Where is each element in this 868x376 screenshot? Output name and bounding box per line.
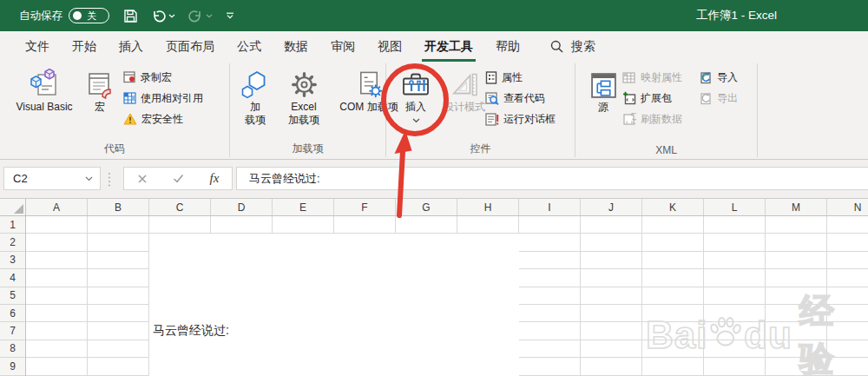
column-header[interactable]: N bbox=[827, 199, 868, 215]
ribbon-tab[interactable]: 开始 bbox=[61, 31, 108, 62]
column-header[interactable]: M bbox=[766, 199, 827, 215]
save-icon[interactable] bbox=[123, 9, 138, 23]
view-code-button[interactable]: 查看代码 bbox=[485, 89, 545, 107]
ribbon-tab[interactable]: 文件 bbox=[14, 31, 61, 62]
macro-security-label: 宏安全性 bbox=[141, 112, 183, 127]
row-headers: 123456789 bbox=[0, 216, 26, 376]
baidu-logo: Bai du 经验 bbox=[646, 287, 868, 376]
design-mode-icon bbox=[438, 66, 490, 101]
row-header[interactable]: 1 bbox=[0, 216, 25, 234]
row-header[interactable]: 9 bbox=[0, 358, 25, 375]
column-header[interactable]: I bbox=[519, 199, 581, 215]
autosave-control[interactable]: 自动保存 关 bbox=[19, 8, 109, 23]
ribbon: Visual Basic 宏 录制宏 使用相对引用 宏安全性 代码 bbox=[0, 62, 868, 160]
source-label: 源 bbox=[586, 101, 621, 114]
excel-addins-label-2: 加载项 bbox=[277, 114, 331, 127]
chevron-down-icon bbox=[168, 14, 175, 18]
visual-basic-button[interactable]: Visual Basic bbox=[9, 66, 80, 114]
baidu-watermark: Bai du 经验 jingyan.baidu.com bbox=[646, 287, 868, 376]
insert-function-icon[interactable]: fx bbox=[209, 171, 219, 186]
workbook-title: 工作簿1 - Excel bbox=[696, 0, 777, 31]
ribbon-tab[interactable]: 数据 bbox=[273, 31, 319, 62]
column-header[interactable]: G bbox=[396, 199, 457, 215]
row-header[interactable]: 6 bbox=[0, 305, 25, 322]
ribbon-tab[interactable]: 公式 bbox=[226, 31, 273, 62]
warning-icon bbox=[123, 113, 137, 125]
insert-control-label: 插入 bbox=[395, 101, 437, 114]
map-properties-label: 映射属性 bbox=[641, 70, 682, 85]
column-header[interactable]: L bbox=[704, 199, 766, 215]
column-header[interactable]: K bbox=[642, 199, 704, 215]
expansion-packs-label: 扩展包 bbox=[641, 91, 672, 106]
ribbon-tab[interactable]: 视图 bbox=[366, 31, 413, 62]
row-header[interactable]: 4 bbox=[0, 269, 25, 287]
cancel-icon[interactable] bbox=[137, 174, 148, 184]
relative-references-button[interactable]: 使用相对引用 bbox=[123, 89, 203, 107]
refresh-data-icon bbox=[622, 113, 636, 126]
ribbon-group-code: Visual Basic 宏 录制宏 使用相对引用 宏安全性 代码 bbox=[0, 63, 230, 157]
column-header[interactable]: A bbox=[26, 199, 88, 215]
expansion-packs-button[interactable]: 扩展包 bbox=[622, 89, 672, 107]
redo-button[interactable] bbox=[188, 10, 213, 23]
search-box[interactable]: 搜索 bbox=[550, 31, 595, 62]
macros-icon bbox=[82, 66, 118, 101]
undo-button[interactable] bbox=[151, 10, 175, 23]
macro-security-button[interactable]: 宏安全性 bbox=[123, 110, 183, 128]
row-header[interactable]: 3 bbox=[0, 252, 25, 269]
search-label: 搜索 bbox=[571, 39, 595, 55]
macros-label: 宏 bbox=[82, 101, 118, 114]
macros-button[interactable]: 宏 bbox=[82, 66, 118, 114]
import-button[interactable]: 导入 bbox=[699, 69, 738, 86]
drag-handle-icon[interactable] bbox=[108, 172, 111, 188]
ribbon-tab[interactable]: 页面布局 bbox=[155, 31, 226, 62]
quick-access-toolbar bbox=[123, 9, 234, 23]
record-macro-icon bbox=[123, 71, 136, 83]
design-mode-button[interactable]: 设计模式 bbox=[438, 66, 490, 114]
row-header[interactable]: 7 bbox=[0, 322, 25, 340]
row-header[interactable]: 5 bbox=[0, 287, 25, 305]
map-properties-button[interactable]: 映射属性 bbox=[622, 69, 682, 86]
name-box[interactable]: C2 bbox=[3, 167, 101, 190]
group-label-xml: XML bbox=[575, 144, 757, 156]
properties-button[interactable]: 属性 bbox=[485, 69, 523, 86]
ribbon-tab[interactable]: 插入 bbox=[108, 31, 155, 62]
cell-text: 马云曾经说过: bbox=[153, 323, 229, 339]
row-header[interactable]: 2 bbox=[0, 234, 25, 251]
redo-icon bbox=[188, 10, 203, 23]
column-header[interactable]: H bbox=[457, 199, 519, 215]
customize-qat-icon[interactable] bbox=[226, 12, 234, 19]
addins-label-2: 载项 bbox=[233, 114, 277, 127]
record-macro-button[interactable]: 录制宏 bbox=[123, 69, 172, 86]
group-label-controls: 控件 bbox=[386, 142, 575, 156]
column-header[interactable]: C bbox=[149, 199, 211, 215]
formula-value: 马云曾经说过: bbox=[249, 171, 320, 187]
refresh-data-button[interactable]: 刷新数据 bbox=[622, 110, 682, 128]
ribbon-tab[interactable]: 帮助 bbox=[484, 31, 531, 62]
excel-addins-button[interactable]: Excel 加载项 bbox=[277, 66, 331, 127]
import-label: 导入 bbox=[717, 70, 738, 85]
column-header[interactable]: B bbox=[88, 199, 149, 215]
column-header[interactable]: E bbox=[273, 199, 334, 215]
ribbon-tab-bar: 文件开始插入页面布局公式数据审阅视图开发工具帮助 搜索 bbox=[0, 31, 868, 62]
view-code-label: 查看代码 bbox=[503, 91, 545, 106]
column-header[interactable]: D bbox=[211, 199, 273, 215]
addins-button[interactable]: 加 载项 bbox=[233, 66, 277, 127]
run-dialog-label: 运行对话框 bbox=[503, 112, 556, 127]
column-header[interactable]: F bbox=[334, 199, 396, 215]
column-header[interactable]: J bbox=[581, 199, 642, 215]
ribbon-tab[interactable]: 审阅 bbox=[319, 31, 366, 62]
export-button[interactable]: 导出 bbox=[699, 89, 738, 107]
row-header[interactable]: 8 bbox=[0, 340, 25, 358]
autosave-toggle[interactable]: 关 bbox=[69, 8, 109, 23]
select-all-corner[interactable] bbox=[0, 199, 26, 216]
insert-control-button[interactable]: 插入 bbox=[395, 66, 437, 127]
run-dialog-button[interactable]: 运行对话框 bbox=[485, 110, 556, 128]
export-label: 导出 bbox=[717, 91, 738, 106]
formula-input[interactable]: 马云曾经说过: bbox=[236, 167, 868, 190]
autosave-toggle-knob bbox=[73, 11, 82, 20]
enter-icon[interactable] bbox=[173, 174, 184, 183]
formula-bar: C2 fx 马云曾经说过: bbox=[0, 160, 868, 199]
source-button[interactable]: 源 bbox=[586, 66, 621, 114]
chevron-down-icon[interactable] bbox=[85, 176, 93, 181]
ribbon-tab[interactable]: 开发工具 bbox=[413, 31, 484, 62]
